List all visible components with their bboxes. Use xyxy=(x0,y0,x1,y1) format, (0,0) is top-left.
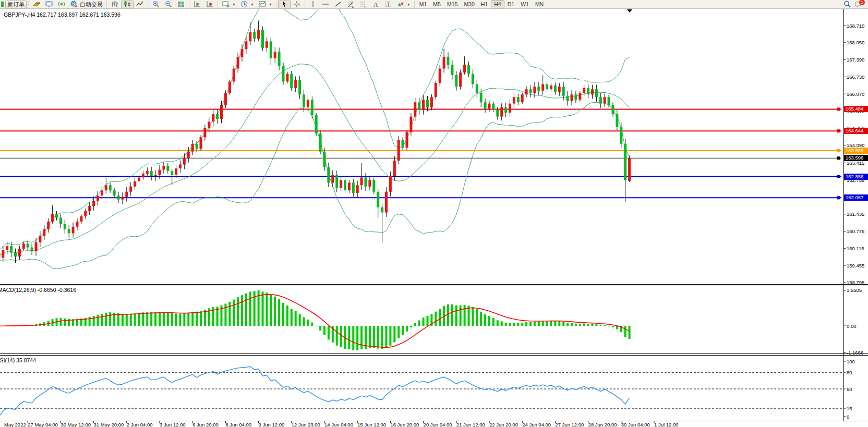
horizontal-line-tool-button[interactable] xyxy=(319,1,332,8)
svg-text:E: E xyxy=(352,5,354,8)
chart-shift-icon xyxy=(206,0,214,8)
periods-button[interactable]: ▼ xyxy=(238,1,256,8)
chart-canvas[interactable] xyxy=(0,0,868,427)
toolbar-separator xyxy=(414,1,415,8)
timeframe-m15-button[interactable]: M15 xyxy=(444,0,461,8)
new-order-label: 新订单 xyxy=(7,1,25,8)
crosshair-tool-button[interactable] xyxy=(291,1,303,8)
auto-scroll-icon xyxy=(193,0,201,8)
signals-button[interactable] xyxy=(55,1,68,8)
toolbar-separator xyxy=(276,1,276,8)
horizontal-line-icon xyxy=(321,0,330,8)
text-label-icon: T xyxy=(384,0,392,8)
indicators-button[interactable]: ▼ xyxy=(220,1,238,8)
timeframe-m1-button[interactable]: M1 xyxy=(416,0,430,8)
template-icon xyxy=(258,0,267,8)
templates-button[interactable]: ▼ xyxy=(256,1,274,8)
svg-text:T: T xyxy=(387,2,390,7)
indicators-icon xyxy=(222,0,230,8)
fibonacci-tool-button[interactable]: E xyxy=(344,1,357,8)
bar-chart-button[interactable] xyxy=(108,1,121,8)
crosshair-icon xyxy=(293,0,301,8)
vertical-line-icon xyxy=(309,0,317,8)
signal-icon xyxy=(57,0,66,8)
chart-shift-button[interactable] xyxy=(203,1,216,8)
line-chart-button[interactable] xyxy=(134,1,146,8)
new-order-button[interactable]: 新订单 xyxy=(5,1,27,8)
text-label-tool-button[interactable]: T xyxy=(382,1,394,8)
terminal-button[interactable] xyxy=(43,1,55,8)
timeframe-m5-button[interactable]: M5 xyxy=(430,0,444,8)
bar-chart-icon xyxy=(111,0,119,8)
main-toolbar: 新订单 自动交易 xyxy=(0,0,868,9)
timeframe-d1-button[interactable]: D1 xyxy=(504,0,517,8)
mt4-window: 168.710168.050167.390166.730166.070165.4… xyxy=(0,0,868,427)
trendline-tool-button[interactable] xyxy=(332,1,344,8)
tile-windows-icon xyxy=(177,0,185,8)
macd-indicator-label: MACD(12,26,9) -0.6650 -0.3616 xyxy=(0,287,76,293)
autotrading-label: 自动交易 xyxy=(80,1,103,8)
dropdown-caret-icon: ▼ xyxy=(407,3,411,6)
terminal-icon xyxy=(45,0,53,8)
tile-windows-button[interactable] xyxy=(175,1,187,8)
zoom-in-button[interactable] xyxy=(150,1,162,8)
channel-tool-button[interactable]: F xyxy=(357,1,369,8)
notifications-button[interactable]: 1 xyxy=(854,0,864,8)
charts-button[interactable] xyxy=(30,1,43,8)
arrows-icon xyxy=(396,0,405,8)
timeframe-h1-button[interactable]: H1 xyxy=(478,0,491,8)
notification-badge: 1 xyxy=(859,0,865,5)
rsi-indicator-label: RSI(14) 35.8744 xyxy=(0,357,36,363)
zoom-out-button[interactable] xyxy=(162,1,175,8)
timeframe-w1-button[interactable]: W1 xyxy=(517,0,532,8)
gold-bar-icon xyxy=(32,0,41,8)
timeframe-m30-button[interactable]: M30 xyxy=(461,0,477,8)
toolbar-separator xyxy=(189,1,189,8)
svg-text:A: A xyxy=(373,1,378,8)
search-icon[interactable] xyxy=(843,0,851,8)
timeframe-h4-button[interactable]: H4 xyxy=(491,0,504,8)
text-icon: A xyxy=(371,0,380,8)
candlestick-icon xyxy=(123,0,131,8)
zoom-out-icon xyxy=(164,0,173,8)
toolbar-separator xyxy=(106,1,107,8)
svg-text:F: F xyxy=(365,5,367,8)
arrows-tool-button[interactable]: ▼ xyxy=(394,1,413,8)
chart-shift-marker[interactable] xyxy=(627,9,632,13)
cursor-tool-button[interactable] xyxy=(278,1,291,8)
auto-scroll-button[interactable] xyxy=(191,1,203,8)
candlestick-chart-button[interactable] xyxy=(121,1,134,8)
channel-icon: F xyxy=(359,0,367,8)
fibonacci-icon: E xyxy=(346,0,355,8)
zoom-in-icon xyxy=(152,0,160,8)
cursor-arrow-icon xyxy=(280,0,288,8)
trendline-icon xyxy=(334,0,342,8)
vertical-line-tool-button[interactable] xyxy=(307,1,319,8)
autotrade-globe-icon xyxy=(70,0,78,8)
autotrading-button[interactable]: 自动交易 xyxy=(68,1,105,8)
dropdown-caret-icon: ▼ xyxy=(250,3,254,6)
toolbar-separator xyxy=(218,1,218,8)
clock-icon xyxy=(240,0,248,8)
timeframe-mn-button[interactable]: MN xyxy=(532,0,547,8)
text-tool-button[interactable]: A xyxy=(369,1,382,8)
toolbar-drag-handle[interactable] xyxy=(28,1,29,7)
dropdown-caret-icon: ▼ xyxy=(232,3,236,6)
dropdown-caret-icon: ▼ xyxy=(269,3,272,6)
toolbar-right-group: 1 xyxy=(843,0,867,8)
clipped-icon xyxy=(1,2,4,7)
line-chart-icon xyxy=(136,0,144,8)
toolbar-separator xyxy=(305,1,305,8)
toolbar-separator xyxy=(148,1,148,8)
symbol-ohlc-readout: GBPJPY-,H4 162.717 163.697 162.671 163.5… xyxy=(4,11,120,18)
